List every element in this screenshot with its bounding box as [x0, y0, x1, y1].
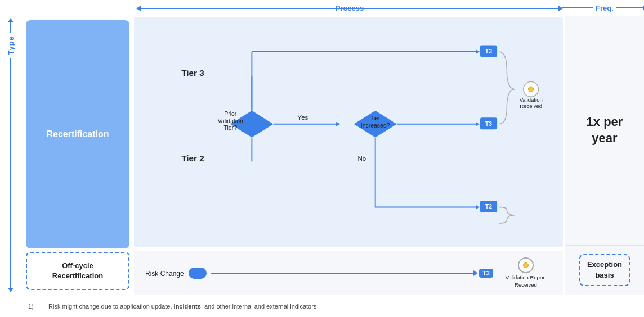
risk-change-pill	[189, 268, 207, 279]
tier2-text: Tier 2	[181, 153, 204, 163]
recert-label: Recertification	[46, 129, 109, 139]
vr-icon-circle	[518, 257, 534, 273]
offcycle-row: Risk Change T3	[134, 251, 563, 295]
right-panel: 1x peryear Exceptionbasis	[565, 16, 644, 295]
validation-received-line1: Validation	[520, 97, 543, 103]
page-layout: Process Freq. Type Recertification Off-c…	[0, 0, 644, 317]
arrow-t3-top	[476, 49, 480, 54]
curly-brace-t2	[499, 207, 515, 223]
t3-top-badge-text: T3	[485, 48, 492, 55]
prior-validation-line1: Prior	[224, 111, 237, 117]
curly-brace	[499, 52, 515, 124]
risk-change-label: Risk Change	[145, 268, 184, 278]
flowchart-svg: Tier 3 Tier 2 Prior Validation Tier?	[134, 17, 563, 247]
yes-label: Yes	[298, 114, 308, 121]
tier-increased-line2: Increased?	[361, 123, 390, 129]
no-label: No	[358, 155, 366, 162]
offcycle-arrow	[473, 270, 478, 276]
freq-per-year: 1x peryear	[587, 114, 623, 146]
left-panel: Recertification Off-cycleRecertification	[21, 16, 134, 295]
arrow-t3-mid	[476, 122, 480, 126]
validation-icon-inner	[528, 87, 534, 92]
offcycle-t3-badge: T3	[479, 269, 493, 278]
footnote-bold: incidents	[174, 303, 201, 310]
off-cycle-box: Off-cycleRecertification	[26, 252, 129, 290]
exception-basis-label: Exceptionbasis	[587, 260, 622, 279]
offcycle-content: Risk Change T3	[134, 251, 563, 295]
prior-validation-line3: Tier?	[223, 125, 237, 131]
type-label: Type	[7, 36, 15, 55]
center-panel: Tier 3 Tier 2 Prior Validation Tier?	[134, 16, 565, 295]
off-cycle-label: Off-cycleRecertification	[52, 261, 103, 281]
footnote-after: , and other internal and external indica…	[201, 303, 316, 310]
footnote-before: Risk might change due to application upd…	[48, 303, 174, 310]
risk-change-item: Risk Change	[145, 268, 207, 279]
vr-icon-inner	[523, 262, 529, 268]
t3-mid-badge-text: T3	[485, 121, 492, 127]
footnote-content: Risk might change due to application upd…	[48, 303, 316, 310]
exception-basis-box: Exceptionbasis	[579, 254, 630, 286]
validation-report-text: Validation ReportReceived	[506, 274, 546, 288]
recert-box: Recertification	[26, 20, 129, 248]
freq-lower: Exceptionbasis	[565, 245, 644, 295]
arrow-t2	[476, 205, 480, 210]
freq-upper: 1x peryear	[565, 16, 644, 245]
footnote: 1) Risk might change due to application …	[0, 295, 644, 317]
top-section: Type Recertification Off-cycleRecertific…	[0, 16, 644, 295]
validation-report-received: Validation ReportReceived	[506, 257, 546, 288]
tier-increased-line1: Tier	[370, 115, 381, 121]
t2-badge-text: T2	[485, 203, 492, 210]
validation-received-line2: Received	[520, 103, 542, 109]
prior-validation-line2: Validation	[218, 118, 243, 124]
arrow-to-tier-increased	[336, 122, 341, 126]
type-axis: Type	[0, 16, 21, 295]
footnote-number: 1)	[28, 303, 39, 310]
process-label: Process	[336, 4, 364, 12]
freq-label: Freq.	[593, 4, 616, 12]
offcycle-line	[211, 273, 475, 274]
tier3-text: Tier 3	[181, 68, 204, 78]
flowchart-area: Tier 3 Tier 2 Prior Validation Tier?	[134, 17, 563, 247]
